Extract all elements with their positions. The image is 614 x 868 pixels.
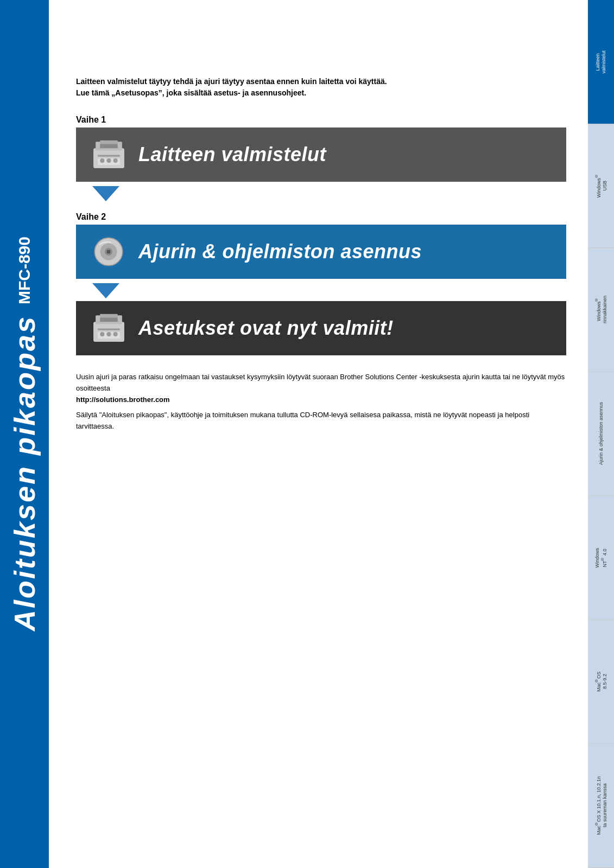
model-label: MFC-890: [15, 237, 34, 304]
arrow2: [76, 283, 566, 298]
step2-banner: Ajurin & ohjelmiston asennus: [76, 225, 566, 279]
printer-icon: [91, 137, 126, 173]
arrow-down-2: [92, 283, 119, 298]
solutions-url: http://solutions.brother.com: [76, 395, 170, 404]
step1-title: Laitteen valmistelut: [138, 143, 326, 166]
step1-label: Vaihe 1: [76, 115, 566, 125]
printer2-icon: [91, 311, 126, 346]
tab-label-3: Windows®rinnakkainen: [594, 296, 608, 323]
tab-label-6: Mac®OS8.5-9.2: [594, 672, 608, 692]
svg-rect-15: [93, 322, 124, 342]
tab-ajurin-ohjelmiston[interactable]: Ajurin & ohjelmiston asennus: [588, 372, 614, 496]
tab-label-4: Ajurin & ohjelmiston asennus: [598, 402, 604, 465]
main-content: Laitteen valmistelut täytyy tehdä ja aju…: [49, 0, 588, 868]
tab-windows-rinnakkainen[interactable]: Windows®rinnakkainen: [588, 248, 614, 372]
tab-label-7: Mac®OS X 10.1.n, 10.2.1nta suureman kans…: [594, 776, 608, 835]
step1-banner: Laitteen valmistelut: [76, 127, 566, 182]
svg-rect-20: [100, 314, 118, 317]
svg-rect-2: [93, 148, 124, 168]
bottom-paragraph2: Säilytä "Aloituksen pikaopas", käyttöohj…: [76, 410, 566, 432]
intro-line2: Lue tämä „Asetusopas”, joka sisältää ase…: [76, 88, 306, 97]
arrow1: [76, 186, 566, 201]
tab-label-2: Windows®USB: [594, 174, 608, 198]
svg-rect-6: [100, 144, 118, 148]
bottom-para1-text: Uusin ajuri ja paras ratkaisu ongelmaan …: [76, 373, 565, 392]
tab-windows-usb[interactable]: Windows®USB: [588, 124, 614, 248]
tab-windows-nt[interactable]: WindowsNT® 4.0: [588, 496, 614, 620]
right-sidebar: Laitteenvalmistelut Windows®USB Windows®…: [588, 0, 614, 868]
step2-label: Vaihe 2: [76, 212, 566, 222]
tab-label-1: Laitteenvalmistelut: [595, 50, 607, 74]
step2-title: Ajurin & ohjelmiston asennus: [138, 240, 422, 263]
sidebar-text: MFC-890 Aloituksen pikaopas: [8, 0, 41, 868]
left-sidebar: MFC-890 Aloituksen pikaopas: [0, 0, 49, 868]
tab-label-5: WindowsNT® 4.0: [594, 548, 608, 568]
svg-point-14: [107, 250, 111, 254]
step3-banner: Asetukset ovat nyt valmiit!: [76, 301, 566, 355]
svg-rect-7: [100, 140, 118, 144]
svg-rect-17: [98, 328, 120, 330]
svg-rect-19: [100, 317, 118, 322]
intro-text: Laitteen valmistelut täytyy tehdä ja aju…: [76, 76, 566, 99]
sidebar-title: Aloituksen pikaopas: [8, 315, 41, 631]
step3-icon: [90, 309, 128, 347]
svg-point-8: [100, 158, 104, 163]
step1-icon: [90, 136, 128, 174]
intro-line1: Laitteen valmistelut täytyy tehdä ja aju…: [76, 77, 387, 86]
tab-macos-x[interactable]: Mac®OS X 10.1.n, 10.2.1nta suureman kans…: [588, 744, 614, 868]
svg-rect-4: [98, 155, 120, 156]
svg-point-21: [100, 332, 104, 336]
bottom-text: Uusin ajuri ja paras ratkaisu ongelmaan …: [76, 372, 566, 432]
bottom-paragraph1: Uusin ajuri ja paras ratkaisu ongelmaan …: [76, 372, 566, 405]
svg-point-22: [106, 332, 111, 336]
step2-icon: [90, 233, 128, 271]
cd-icon: [92, 235, 125, 268]
svg-point-9: [106, 158, 111, 163]
tab-laitteen-valmistelut[interactable]: Laitteenvalmistelut: [588, 0, 614, 124]
svg-point-10: [113, 158, 117, 163]
step3-title: Asetukset ovat nyt valmiit!: [138, 317, 394, 340]
arrow-down-1: [92, 186, 119, 201]
tab-macos-old[interactable]: Mac®OS8.5-9.2: [588, 620, 614, 744]
svg-point-23: [113, 332, 117, 336]
